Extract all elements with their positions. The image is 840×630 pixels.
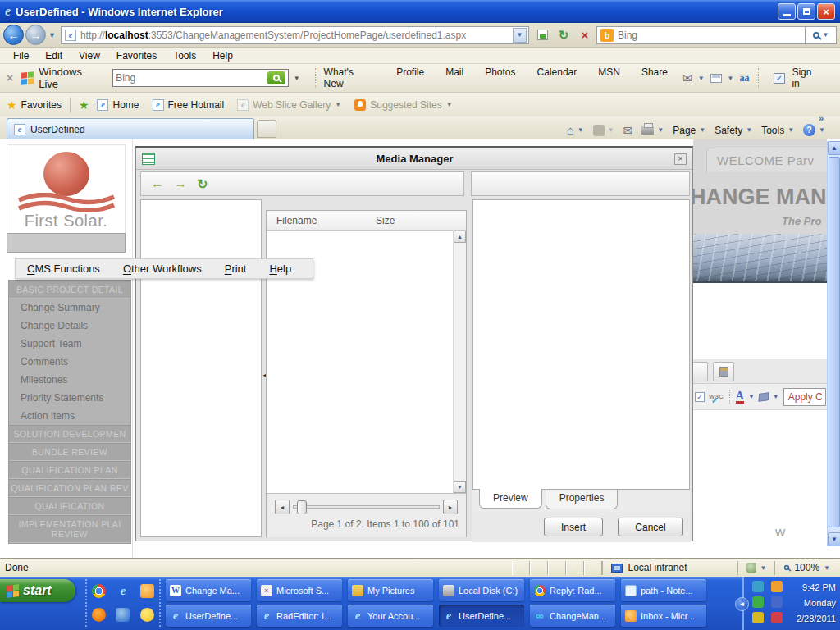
cms-menu-cms-functions[interactable]: CMS Functions xyxy=(16,262,112,275)
sidebar-section-qualification[interactable]: QUALIFICATION xyxy=(9,497,130,515)
folder-tree-pane[interactable] xyxy=(140,199,262,537)
zoom-control[interactable]: 100% ▼ xyxy=(774,561,840,575)
restore-button[interactable] xyxy=(797,3,815,20)
firefox-icon[interactable] xyxy=(92,608,106,622)
format-painter-button[interactable] xyxy=(713,362,734,381)
page-slider[interactable]: ◄ ► xyxy=(275,500,458,514)
search-options-caret-icon[interactable]: ▼ xyxy=(823,31,829,39)
task-button-my-pictures[interactable]: My Pictures xyxy=(348,579,433,601)
mail-share-icon[interactable]: ✉ xyxy=(682,71,692,84)
alert-tray-icon[interactable] xyxy=(771,612,783,623)
sidebar-section-basic-project-detail[interactable]: BASIC PROJECT DETAIL xyxy=(9,281,130,299)
read-mail-button[interactable]: ✉ xyxy=(623,124,633,137)
new-tab-stub[interactable] xyxy=(257,120,276,138)
sidebar-item-milestones[interactable]: Milestones xyxy=(9,371,130,389)
sidebar-section-qualification-plan[interactable]: QUALIFICATION PLAN xyxy=(9,461,130,479)
clock[interactable]: 9:42 PM Monday 2/28/2011 xyxy=(797,580,836,627)
fill-color-icon[interactable] xyxy=(758,392,769,402)
favorite-item-free-hotmail[interactable]: eFree Hotmail xyxy=(153,99,225,111)
smiley-icon[interactable] xyxy=(140,608,154,622)
sidebar-section-qualification-plan-rev[interactable]: QUALIFICATION PLAN REV xyxy=(9,479,130,497)
lock-tray-icon[interactable] xyxy=(752,612,764,623)
column-size[interactable]: Size xyxy=(376,215,395,226)
task-button-microsoft-s[interactable]: ×Microsoft S... xyxy=(257,579,342,601)
tab-userdefined[interactable]: e UserDefined xyxy=(7,118,254,139)
task-button-radeditor-i[interactable]: eRadEditor: I... xyxy=(257,605,342,627)
sidebar-item-priority-statements[interactable]: Priority Statements xyxy=(9,389,130,407)
overflow-chevron-icon[interactable]: » xyxy=(819,113,824,123)
search-input[interactable] xyxy=(618,30,801,41)
task-button-your-accou[interactable]: eYour Accou... xyxy=(348,605,433,627)
insert-button[interactable]: Insert xyxy=(544,518,603,536)
menu-item-view[interactable]: View xyxy=(71,48,108,63)
help-menu[interactable]: ?▼ xyxy=(803,124,825,136)
slider-track[interactable] xyxy=(293,505,440,509)
favorites-star-icon[interactable]: ★ xyxy=(7,98,17,112)
scroll-up-icon[interactable]: ▲ xyxy=(454,231,466,243)
editor-partial-button[interactable] xyxy=(693,362,708,381)
close-button[interactable]: × xyxy=(817,3,835,20)
favorites-label[interactable]: Favorites xyxy=(21,99,62,111)
scrollbar-thumb[interactable] xyxy=(829,157,840,527)
dialog-close-icon[interactable]: × xyxy=(674,153,687,165)
safety-menu[interactable]: Safety▼ xyxy=(714,125,752,136)
live-link-share[interactable]: Share xyxy=(641,66,668,89)
sidebar-section-solution-developmen[interactable]: SOLUTION DEVELOPMEN xyxy=(9,425,130,443)
task-button-change-ma[interactable]: WChange Ma... xyxy=(166,579,251,601)
live-search-go-button[interactable] xyxy=(267,71,285,84)
task-button-userdefine[interactable]: eUserDefine... xyxy=(166,605,251,627)
layout-icon[interactable] xyxy=(710,74,722,83)
fill-color-caret-icon[interactable]: ▼ xyxy=(773,393,779,400)
favorite-item-web-slice-gallery[interactable]: eWeb Slice Gallery▼ xyxy=(237,99,341,111)
favorite-item-suggested-sites[interactable]: Suggested Sites▼ xyxy=(354,99,452,111)
live-search-input[interactable] xyxy=(116,72,267,84)
chrome-icon[interactable] xyxy=(92,584,106,598)
menu-item-favorites[interactable]: Favorites xyxy=(108,48,165,63)
layout-caret-icon[interactable]: ▼ xyxy=(728,75,734,82)
forward-icon[interactable]: → xyxy=(25,25,46,45)
live-search-box[interactable] xyxy=(112,69,288,87)
live-search-caret-icon[interactable]: ▼ xyxy=(294,75,300,82)
print-button[interactable]: ▼ xyxy=(641,126,664,135)
mail-caret-icon[interactable]: ▼ xyxy=(698,75,705,82)
network-tray-icon[interactable] xyxy=(771,596,783,608)
font-color-icon[interactable]: A xyxy=(736,390,744,404)
home-button[interactable]: ⌂▼ xyxy=(567,123,584,137)
windows-live-brand[interactable]: Windows Live xyxy=(39,66,104,90)
refresh-icon[interactable]: ↻ xyxy=(197,176,208,192)
outlook-icon[interactable] xyxy=(140,584,154,598)
tab-preview[interactable]: Preview xyxy=(479,489,542,509)
column-filename[interactable]: Filename xyxy=(267,215,376,226)
tray-chevron-icon[interactable]: ◄ xyxy=(735,597,749,611)
scroll-up-icon[interactable]: ▲ xyxy=(828,141,840,155)
messenger-icon[interactable] xyxy=(116,608,130,622)
page-prev-icon[interactable]: ◄ xyxy=(275,500,290,514)
search-go-button[interactable]: ▼ xyxy=(806,26,837,44)
tools-menu[interactable]: Tools▼ xyxy=(761,125,794,136)
menu-item-file[interactable]: File xyxy=(5,48,37,63)
cms-menu-help[interactable]: Help xyxy=(258,262,303,275)
slider-thumb[interactable] xyxy=(297,500,307,514)
sidebar-item-action-items[interactable]: Action Items xyxy=(9,407,130,425)
task-button-userdefine[interactable]: eUserDefine... xyxy=(439,605,524,627)
address-dropdown-icon[interactable]: ▼ xyxy=(513,28,527,43)
scroll-down-icon[interactable]: ▼ xyxy=(828,532,840,546)
menu-item-help[interactable]: Help xyxy=(204,48,241,63)
page-next-icon[interactable]: ► xyxy=(443,500,458,514)
cancel-button[interactable]: Cancel xyxy=(618,518,683,536)
dialog-titlebar[interactable]: Media Manager × xyxy=(136,148,692,170)
address-input[interactable]: e http://localhost:3553/ChangeManagement… xyxy=(61,26,529,44)
translate-icon[interactable]: aä xyxy=(740,72,750,84)
task-button-path-note[interactable]: path - Note... xyxy=(621,579,706,601)
task-button-changeman[interactable]: ∞ChangeMan... xyxy=(530,605,615,627)
forward-icon[interactable]: → xyxy=(174,176,187,191)
sidebar-item-change-summary[interactable]: Change Summary xyxy=(9,299,130,317)
favorite-item-home[interactable]: eHome xyxy=(97,99,139,111)
w3c-validate-icon[interactable]: W3C xyxy=(709,393,724,400)
page-vertical-scrollbar[interactable]: ▲ ▼ xyxy=(827,141,840,546)
live-link-msn[interactable]: MSN xyxy=(598,66,620,89)
menu-item-edit[interactable]: Edit xyxy=(37,48,71,63)
live-link-mail[interactable]: Mail xyxy=(445,66,463,89)
stop-button[interactable]: × xyxy=(575,26,595,44)
back-icon[interactable]: ← xyxy=(151,176,164,191)
